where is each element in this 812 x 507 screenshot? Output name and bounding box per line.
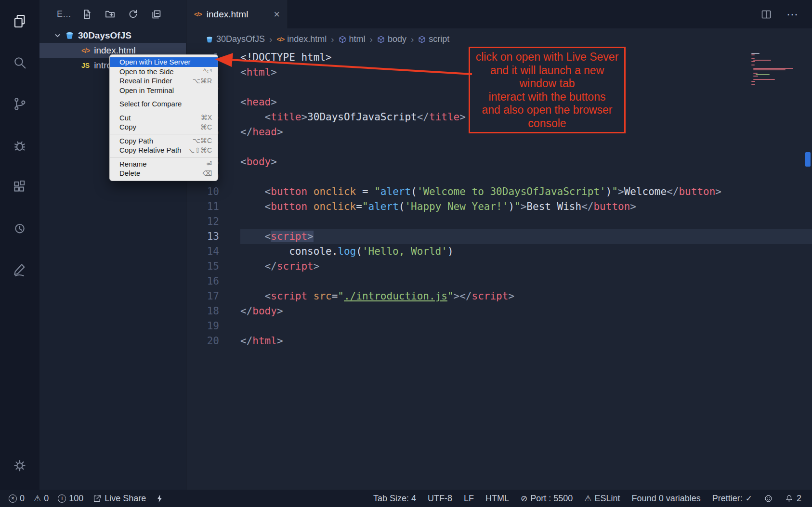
lightning-icon: [155, 494, 164, 503]
error-icon: ×: [9, 494, 17, 503]
code-line[interactable]: 10 <button onclick = "alert('Welcome to …: [186, 184, 812, 199]
eslint-status[interactable]: ⚠ ESLint: [584, 494, 620, 504]
language-indicator[interactable]: HTML: [485, 494, 509, 504]
menu-item-open-in-terminal[interactable]: Open in Terminal: [110, 86, 218, 95]
breadcrumb-separator: ›: [331, 34, 334, 45]
tab-size-indicator[interactable]: Tab Size: 4: [373, 494, 416, 504]
live-share-button[interactable]: Live Share: [92, 494, 146, 504]
history-icon[interactable]: [6, 215, 33, 242]
blocked-icon: ⊘: [521, 494, 527, 503]
breadcrumb-symbol-html[interactable]: html: [339, 34, 366, 44]
code-line[interactable]: 19: [186, 319, 812, 334]
warning-icon: ⚠: [34, 494, 41, 503]
annotation-line: and it will launch a new: [470, 64, 624, 78]
code-line[interactable]: 16: [186, 274, 812, 289]
variables-count[interactable]: Found 0 variables: [632, 494, 701, 504]
minimap[interactable]: [751, 53, 798, 86]
tab-label: index.html: [207, 9, 269, 20]
symbol-cube-icon: [377, 36, 385, 43]
html-file-icon: </>: [81, 47, 90, 54]
menu-separator: [110, 97, 218, 97]
root-folder-label: 30DaysOfJS: [78, 30, 131, 41]
breadcrumb-separator: ›: [411, 34, 414, 45]
more-actions-icon[interactable]: ⋯: [786, 8, 799, 21]
breadcrumb-folder[interactable]: 30DaysOfJS: [206, 34, 265, 44]
code-line[interactable]: 12: [186, 214, 812, 229]
menu-item-copy-relative-path[interactable]: Copy Relative Path ⌥⇧⌘C: [110, 145, 218, 155]
menu-item-reveal-in-finder[interactable]: Reveal in Finder ⌥⌘R: [110, 76, 218, 86]
code-line[interactable]: 18</body>: [186, 304, 812, 319]
menu-item-cut[interactable]: Cut ⌘X: [110, 113, 218, 123]
status-bar: × 0 ⚠ 0 i 100 Live Share Tab Size: 4 UTF…: [0, 490, 812, 507]
code-line[interactable]: 14 console.log('Hello, World'): [186, 244, 812, 259]
menu-item-copy[interactable]: Copy ⌘C: [110, 122, 218, 132]
code-line[interactable]: 15 </script>: [186, 259, 812, 274]
menu-item-open-to-the-side[interactable]: Open to the Side ^⏎: [110, 67, 218, 77]
status-left: × 0 ⚠ 0 i 100 Live Share: [9, 494, 164, 504]
menu-separator: [110, 111, 218, 111]
annotation-line: console: [470, 117, 624, 130]
breadcrumb-symbol-script[interactable]: script: [418, 34, 449, 44]
refresh-icon[interactable]: [128, 9, 138, 19]
scrollbar-marker[interactable]: [805, 152, 811, 167]
edit-pen-icon[interactable]: [6, 256, 33, 283]
code-line[interactable]: 7: [186, 140, 812, 155]
collapse-all-icon[interactable]: [151, 9, 161, 19]
extensions-icon[interactable]: [6, 173, 33, 200]
tab-index-html[interactable]: </> index.html ×: [186, 0, 288, 28]
code-line[interactable]: 11 <button onclick="alert('Happy New Yea…: [186, 199, 812, 214]
status-right: Tab Size: 4 UTF-8 LF HTML ⊘ Port : 5500 …: [373, 494, 801, 504]
code-line[interactable]: 13 <script>: [186, 229, 812, 244]
debug-icon[interactable]: [6, 132, 33, 159]
settings-gear-icon[interactable]: [6, 452, 33, 479]
menu-item-delete[interactable]: Delete ⌫: [110, 169, 218, 178]
search-icon[interactable]: [6, 49, 33, 76]
info-count[interactable]: i 100: [58, 494, 83, 504]
split-editor-icon[interactable]: [760, 9, 772, 20]
code-line[interactable]: 20</html>: [186, 334, 812, 349]
explorer-icon[interactable]: [6, 8, 33, 35]
smiley-icon: [764, 494, 773, 503]
eol-indicator[interactable]: LF: [464, 494, 474, 504]
menu-item-copy-path[interactable]: Copy Path ⌥⌘C: [110, 136, 218, 146]
menu-separator: [110, 157, 218, 157]
live-server-port[interactable]: ⊘ Port : 5500: [521, 494, 573, 504]
problems-warnings[interactable]: ⚠ 0: [34, 494, 49, 504]
encoding-indicator[interactable]: UTF-8: [428, 494, 452, 504]
check-icon: ✓: [746, 494, 752, 504]
breadcrumb-symbol-body[interactable]: body: [377, 34, 406, 44]
problems-errors[interactable]: × 0: [9, 494, 25, 504]
symbol-cube-icon: [339, 36, 346, 43]
warning-icon: ⚠: [584, 494, 591, 503]
new-folder-icon[interactable]: [105, 9, 115, 19]
editor-actions: ⋯: [760, 0, 812, 28]
source-control-icon[interactable]: [6, 91, 33, 117]
menu-item-select-for-compare[interactable]: Select for Compare: [110, 99, 218, 109]
new-file-icon[interactable]: [82, 9, 92, 19]
breadcrumb-file[interactable]: </> index.html: [276, 34, 327, 44]
annotation-line: interact with the buttons: [470, 91, 624, 104]
folder-bucket-icon: [65, 31, 74, 40]
menu-item-rename[interactable]: Rename ⏎: [110, 159, 218, 169]
bell-icon: [785, 494, 794, 503]
feedback-smiley[interactable]: [764, 494, 773, 503]
code-line[interactable]: 8<body>: [186, 155, 812, 169]
run-code-button[interactable]: [155, 494, 164, 503]
code-line[interactable]: 17 <script src="./introduction.js"></scr…: [186, 289, 812, 304]
prettier-status[interactable]: Prettier: ✓: [712, 494, 752, 504]
activity-bar: [0, 0, 39, 490]
folder-row-30daysofjs[interactable]: 30DaysOfJS: [39, 28, 186, 43]
tab-bar: </> index.html × ⋯: [186, 0, 812, 28]
breadcrumb-separator: ›: [370, 34, 373, 45]
symbol-cube-icon: [418, 36, 426, 43]
annotation-line: window tab: [470, 77, 624, 91]
code-line[interactable]: 9: [186, 169, 812, 184]
menu-item-open-with-live-server[interactable]: Open with Live Server: [110, 57, 218, 67]
menu-separator: [110, 134, 218, 134]
sidebar-title: E…: [57, 9, 71, 19]
notifications[interactable]: 2: [785, 494, 801, 504]
close-tab-icon[interactable]: ×: [274, 9, 280, 20]
info-icon: i: [58, 494, 66, 503]
live-share-icon: [92, 494, 102, 503]
html-file-icon: </>: [276, 36, 284, 43]
